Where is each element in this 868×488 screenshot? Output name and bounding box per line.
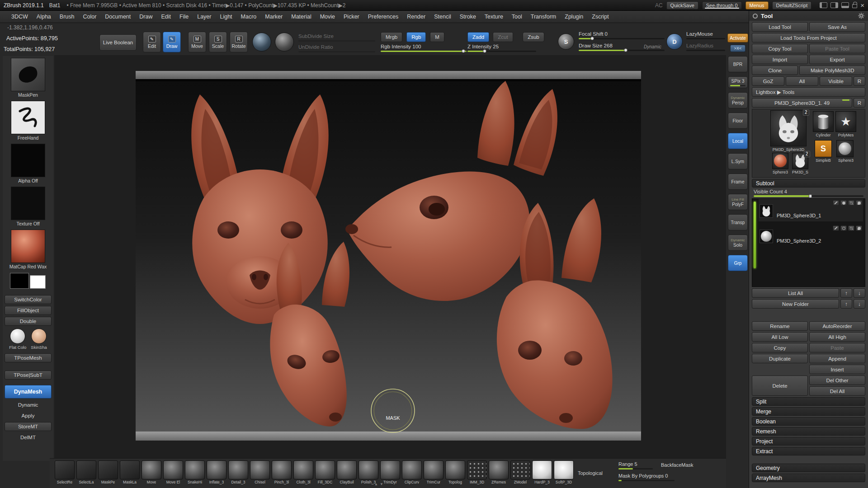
brush-item[interactable]: IMM_3D — [467, 460, 487, 484]
document-canvas[interactable]: MASK — [136, 71, 641, 441]
close-icon[interactable]: × — [860, 2, 864, 8]
goz-visible-button[interactable]: Visible — [820, 76, 852, 86]
copy-tool-button[interactable]: Copy Tool — [752, 44, 808, 53]
subtool-section-header[interactable]: Subtool — [752, 179, 865, 188]
visible-count-track[interactable] — [754, 195, 863, 197]
layout-right-icon[interactable] — [830, 2, 838, 8]
polymesh-star-thumbnail[interactable]: ★ — [835, 111, 856, 132]
brush-item[interactable]: Topolog — [445, 460, 466, 484]
m-button[interactable]: M — [430, 32, 444, 42]
menu-item[interactable]: Zscript — [588, 12, 613, 22]
rotate-button[interactable]: R Rotate — [230, 32, 248, 52]
brush-item[interactable]: Pinch_3l — [271, 460, 292, 484]
current-tool-thumbnail[interactable] — [770, 110, 807, 146]
split-section[interactable]: Split — [752, 397, 865, 406]
paste-tool-button[interactable]: Paste Tool — [809, 44, 865, 53]
clone-button[interactable]: Clone — [752, 66, 798, 75]
brush-item[interactable]: Move — [141, 460, 162, 484]
z-intensity-slider[interactable]: Z Intensity 25 — [467, 44, 536, 49]
shelf-button[interactable]: Grp — [728, 255, 748, 271]
current-brush-thumbnail[interactable] — [11, 58, 45, 91]
brush-item[interactable]: Detail_3 — [228, 460, 249, 484]
list-all-button[interactable]: List All — [752, 288, 839, 298]
brush-item[interactable]: SelectLa — [76, 460, 97, 484]
folder-down-icon[interactable]: ↓ — [854, 299, 865, 309]
double-button[interactable]: Double — [5, 317, 52, 326]
menu-item[interactable]: Alpha — [33, 12, 55, 22]
current-alpha-thumbnail[interactable] — [11, 144, 45, 177]
switch-color-button[interactable]: SwitchColor — [5, 295, 52, 304]
zcut-button[interactable]: Zcut — [493, 32, 513, 42]
current-tool-button[interactable]: PM3D_Sphere3D_1. 49 — [752, 98, 852, 108]
subdivide-size-track[interactable] — [298, 40, 375, 42]
all-low-button[interactable]: All Low — [752, 332, 808, 342]
insert-button[interactable]: Insert — [809, 365, 865, 374]
layout-bottom-icon[interactable] — [841, 2, 849, 8]
scale-button[interactable]: S Scale — [209, 32, 227, 52]
brush-item[interactable]: Chisel — [250, 460, 270, 484]
subtool-edit-icon[interactable] — [833, 225, 839, 231]
brush-item[interactable]: ClipCurv — [401, 460, 422, 484]
autoreorder-button[interactable]: AutoReorder — [809, 321, 865, 331]
append-button[interactable]: Append — [809, 354, 865, 363]
subtool-thumbnail[interactable] — [760, 204, 773, 218]
brush-item[interactable]: SoftP_3D — [553, 460, 574, 484]
mask-by-polygroups-track[interactable] — [618, 480, 675, 481]
dynamesh-button[interactable]: DynaMesh — [5, 385, 52, 399]
menu-item[interactable]: Material — [287, 12, 315, 22]
store-mt-button[interactable]: StoreMT — [5, 422, 52, 431]
undivide-ratio-slider[interactable]: UnDivide Ratio — [298, 44, 375, 50]
boolean-section[interactable]: Boolean — [752, 417, 865, 426]
range-track[interactable] — [618, 468, 653, 469]
duplicate-button[interactable]: Duplicate — [752, 354, 808, 363]
brush-item[interactable]: Move El — [163, 460, 184, 484]
menu-item[interactable]: Zplugin — [561, 12, 587, 22]
extract-section[interactable]: Extract — [752, 447, 865, 455]
brush-item[interactable]: SelectRe — [54, 460, 75, 484]
subtool-down-button[interactable]: ↓ — [854, 288, 865, 298]
goz-r-button[interactable]: R — [854, 76, 865, 86]
subtool-hide-icon[interactable] — [848, 200, 854, 206]
current-texture-thumbnail[interactable] — [11, 187, 45, 220]
zsub-button[interactable]: Zsub — [523, 32, 544, 42]
cylinder-tool-thumbnail[interactable] — [813, 111, 834, 132]
brush-item[interactable]: Cloth_3l — [293, 460, 314, 484]
brush-item[interactable]: Polish_3 — [358, 460, 379, 484]
subtool-paint-icon[interactable] — [856, 225, 862, 231]
menu-item[interactable]: Render — [403, 12, 429, 22]
rgb-button[interactable]: Rgb — [406, 32, 426, 42]
lock-icon[interactable] — [852, 4, 857, 8]
current-material-thumbnail[interactable] — [11, 230, 45, 263]
menu-item[interactable]: Texture — [481, 12, 507, 22]
make-polymesh3d-button[interactable]: Make PolyMesh3D — [799, 66, 865, 75]
subtool-thumbnail[interactable] — [760, 230, 773, 243]
shelf-button[interactable]: BPR — [728, 56, 748, 72]
lazyradius-track[interactable] — [686, 50, 725, 51]
mrgb-button[interactable]: Mrgb — [381, 32, 402, 42]
save-as-button[interactable]: Save As — [809, 22, 865, 32]
current-stroke-thumbnail[interactable] — [11, 101, 45, 134]
menu-item[interactable]: Light — [216, 12, 236, 22]
shelf-button[interactable]: Transp — [728, 214, 748, 230]
brush-item[interactable]: MaskLa — [119, 460, 140, 484]
see-through-slider[interactable]: See-through 0 — [702, 1, 742, 9]
lazymouse-button[interactable]: LazyMouse — [686, 31, 725, 37]
menu-item[interactable]: Document — [101, 12, 135, 22]
brush-item[interactable]: HardP_3 — [532, 460, 552, 484]
menus-button[interactable]: Menus — [745, 1, 769, 9]
simple-brush-thumbnail[interactable]: S — [815, 140, 832, 157]
menu-item[interactable]: Macro — [237, 12, 261, 22]
menu-item[interactable]: Preferences — [364, 12, 402, 22]
layout-left-icon[interactable] — [820, 2, 827, 8]
del-other-button[interactable]: Del Other — [809, 375, 865, 385]
focal-shift-track[interactable] — [579, 38, 665, 39]
merge-section[interactable]: Merge — [752, 407, 865, 416]
folder-up-icon[interactable]: ↑ — [840, 299, 852, 309]
default-zscript-button[interactable]: DefaultZScript — [772, 1, 812, 9]
brush-item[interactable]: SnakeHi — [184, 460, 205, 484]
subtool-up-button[interactable]: ↑ — [840, 288, 852, 298]
subtool-item[interactable]: PM3D_Sphere3D_1 — [759, 199, 863, 221]
menu-item[interactable]: Draw — [135, 12, 156, 22]
fill-object-button[interactable]: FillObject — [5, 306, 52, 315]
subtool-edit-icon[interactable] — [833, 200, 839, 206]
